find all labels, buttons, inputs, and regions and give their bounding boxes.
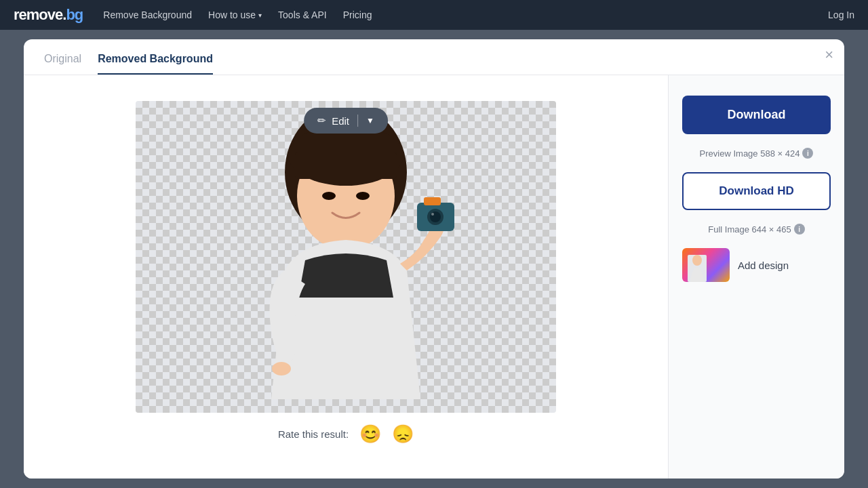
add-design-label: Add design: [738, 260, 789, 271]
add-design-area[interactable]: Add design: [682, 248, 831, 282]
close-button[interactable]: ×: [825, 47, 833, 62]
full-info-icon[interactable]: i: [794, 224, 805, 235]
nav-right: Log In: [828, 9, 854, 21]
design-thumbnail-background: [682, 248, 730, 282]
design-thumbnail: [682, 248, 730, 282]
image-panel: ✏ Edit ▼: [24, 75, 668, 479]
svg-point-10: [431, 213, 434, 216]
full-image-info: Full Image 644 × 465 i: [682, 224, 831, 235]
nav-item-remove-background[interactable]: Remove Background: [103, 9, 192, 20]
logo[interactable]: remove.bg: [14, 6, 83, 24]
content-area: ✏ Edit ▼: [24, 75, 844, 479]
how-to-use-chevron-icon: ▾: [258, 12, 262, 19]
preview-info-text: Preview Image 588 × 424: [700, 148, 800, 159]
svg-point-5: [356, 192, 370, 200]
nav-item-pricing[interactable]: Pricing: [343, 9, 372, 20]
edit-dropdown-arrow-icon[interactable]: ▼: [366, 116, 374, 125]
sad-emoji-button[interactable]: 😞: [392, 424, 414, 445]
svg-point-4: [322, 192, 336, 200]
svg-rect-7: [424, 197, 441, 205]
rate-section: Rate this result: 😊 😞: [278, 413, 414, 453]
tab-removed-background[interactable]: Removed Background: [98, 53, 213, 75]
image-container: [136, 101, 556, 413]
login-link[interactable]: Log In: [828, 9, 854, 20]
modal-card: × Original Removed Background ✏ Edit ▼: [24, 39, 844, 479]
svg-point-11: [272, 362, 291, 375]
person-svg: [217, 108, 475, 413]
svg-point-12: [692, 255, 702, 266]
rate-label: Rate this result:: [278, 428, 349, 440]
download-button[interactable]: Download: [682, 96, 831, 134]
svg-rect-3: [295, 152, 397, 179]
svg-point-9: [430, 211, 441, 222]
nav-links: Remove Background How to use ▾ Tools & A…: [103, 9, 372, 20]
edit-icon: ✏: [317, 115, 326, 127]
right-panel: Download Preview Image 588 × 424 i Downl…: [668, 75, 844, 479]
edit-label: Edit: [332, 115, 349, 127]
edit-btn-divider: [357, 115, 358, 127]
preview-info-icon[interactable]: i: [802, 148, 813, 159]
nav-item-how-to-use[interactable]: How to use ▾: [208, 9, 262, 20]
happy-emoji-button[interactable]: 😊: [359, 424, 381, 445]
tab-original[interactable]: Original: [44, 53, 81, 75]
person-image: [190, 101, 502, 413]
design-thumb-person: [688, 255, 707, 282]
download-hd-button[interactable]: Download HD: [682, 172, 831, 210]
logo-highlight: bg: [66, 6, 83, 23]
full-info-text: Full Image 644 × 465: [708, 224, 791, 235]
tabs: Original Removed Background: [24, 39, 844, 75]
edit-button[interactable]: ✏ Edit ▼: [304, 108, 388, 134]
nav-item-tools-api[interactable]: Tools & API: [278, 9, 327, 20]
main-overlay: × Original Removed Background ✏ Edit ▼: [0, 30, 868, 488]
navbar: remove.bg Remove Background How to use ▾…: [0, 0, 868, 30]
preview-info: Preview Image 588 × 424 i: [682, 148, 831, 159]
